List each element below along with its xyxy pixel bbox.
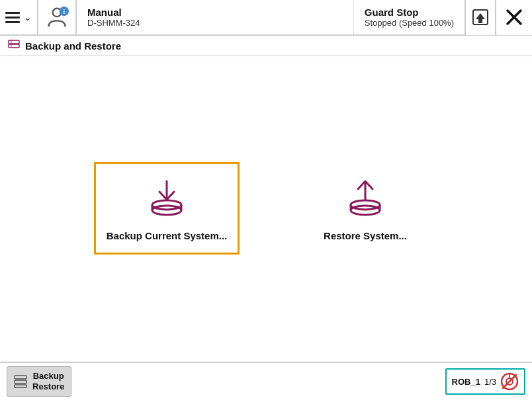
svg-text:i: i bbox=[63, 8, 65, 15]
header-right-buttons bbox=[465, 0, 532, 34]
page-fraction: 1/3 bbox=[484, 377, 496, 387]
backup-icon bbox=[144, 175, 190, 223]
svg-rect-8 bbox=[9, 44, 19, 48]
restore-card[interactable]: Restore System... bbox=[292, 162, 438, 255]
status-block: Guard Stop Stopped (Speed 100%) bbox=[353, 0, 465, 34]
close-button[interactable] bbox=[496, 0, 532, 35]
status-title: Guard Stop bbox=[365, 7, 454, 18]
connection-icon bbox=[500, 372, 519, 391]
backup-label: Backup Current System... bbox=[107, 230, 228, 241]
sub-header: Backup and Restore bbox=[0, 36, 532, 56]
header: ⌄ i Manual D-SHMM-324 Guard Stop Stopped… bbox=[0, 0, 532, 36]
robot-status-panel: ROB_1 1/3 bbox=[445, 368, 525, 395]
footer-backup-icon bbox=[14, 375, 27, 388]
menu-area[interactable]: ⌄ bbox=[0, 0, 38, 34]
svg-rect-7 bbox=[9, 40, 19, 44]
svg-rect-21 bbox=[15, 376, 26, 379]
backup-restore-button[interactable]: Backup Restore bbox=[7, 366, 71, 396]
status-sub: Stopped (Speed 100%) bbox=[365, 18, 454, 28]
export-button[interactable] bbox=[466, 0, 496, 35]
svg-rect-23 bbox=[15, 385, 26, 387]
close-icon bbox=[504, 7, 524, 27]
backup-restore-icon bbox=[8, 40, 20, 52]
header-center: Manual D-SHMM-324 bbox=[77, 0, 353, 34]
export-icon bbox=[472, 9, 489, 26]
mode-label: Manual bbox=[87, 7, 343, 18]
sub-header-title: Backup and Restore bbox=[25, 40, 121, 52]
restore-icon bbox=[342, 175, 388, 223]
svg-marker-4 bbox=[476, 13, 485, 23]
svg-rect-22 bbox=[15, 380, 26, 383]
main-content: Backup Current System... Restore System.… bbox=[0, 56, 532, 360]
info-button[interactable]: i bbox=[38, 0, 77, 34]
footer-btn-label: Backup Restore bbox=[32, 371, 64, 391]
backup-card[interactable]: Backup Current System... bbox=[94, 162, 240, 255]
device-label: D-SHMM-324 bbox=[87, 18, 343, 28]
robot-name: ROB_1 bbox=[452, 377, 480, 387]
chevron-down-icon[interactable]: ⌄ bbox=[24, 12, 32, 22]
person-info-icon: i bbox=[45, 5, 69, 29]
restore-label: Restore System... bbox=[324, 230, 407, 241]
footer: Backup Restore ROB_1 1/3 bbox=[0, 362, 532, 400]
hamburger-icon[interactable] bbox=[5, 12, 20, 23]
